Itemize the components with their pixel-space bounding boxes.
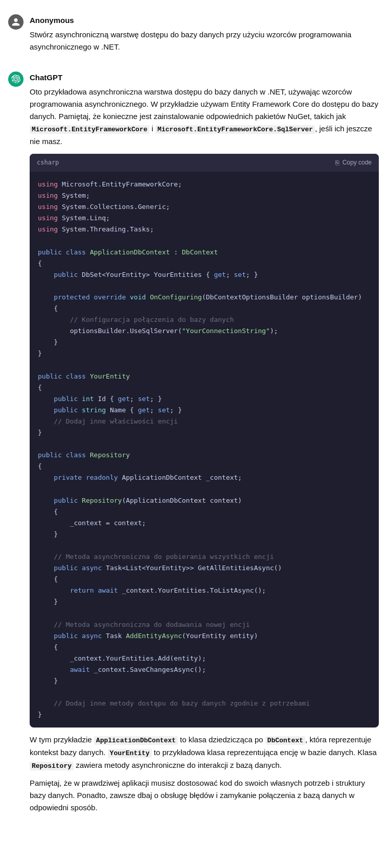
intro-text-2: i <box>149 124 155 133</box>
yourentity-code: YourEntity <box>108 749 152 758</box>
user-author-label: Anonymous <box>30 14 379 27</box>
gpt-message-content: ChatGPT Oto przykładowa asynchroniczna w… <box>30 72 379 819</box>
code-block-wrapper: csharp ⎘ Copy code using Microsoft.Entit… <box>30 154 379 728</box>
package2-code: Microsoft.EntityFrameworkCore.SqlServer <box>155 125 315 134</box>
outro1d-text: to przykładowa klasa reprezentująca encj… <box>152 748 377 757</box>
code-block-header: csharp ⎘ Copy code <box>30 154 379 172</box>
user-message: Anonymous Stwórz asynchroniczną warstwę … <box>0 8 387 63</box>
gpt-outro-paragraph-2: Pamiętaj, że w prawdziwej aplikacji musi… <box>30 777 379 814</box>
gpt-avatar <box>8 72 24 87</box>
gpt-intro-text: Oto przykładowa asynchroniczna warstwa d… <box>30 86 379 148</box>
dbcontext-code: DbContext <box>265 736 305 745</box>
user-avatar <box>8 14 24 30</box>
intro-text-1: Oto przykładowa asynchroniczna warstwa d… <box>30 87 378 121</box>
user-message-text: Stwórz asynchroniczną warstwę dostępu do… <box>30 29 379 53</box>
code-lang-label: csharp <box>37 158 59 168</box>
copy-icon: ⎘ <box>335 159 339 167</box>
user-message-content: Anonymous Stwórz asynchroniczną warstwę … <box>30 14 379 57</box>
gpt-message: ChatGPT Oto przykładowa asynchroniczna w… <box>0 65 387 825</box>
copy-label: Copy code <box>343 159 372 166</box>
appdbcontext-code: ApplicationDbContext <box>94 736 178 745</box>
outro1-text: W tym przykładzie <box>30 735 94 744</box>
outro1b-text: to klasa dziedzicząca po <box>178 735 265 744</box>
repository-code: Repository <box>30 762 74 770</box>
gpt-outro-paragraph-1: W tym przykładzie ApplicationDbContext t… <box>30 734 379 771</box>
code-block: using Microsoft.EntityFrameworkCore; usi… <box>30 172 379 728</box>
package1-code: Microsoft.EntityFrameworkCore <box>30 125 149 134</box>
outro1e-text: zawiera metody asynchroniczne do interak… <box>74 761 282 769</box>
copy-code-button[interactable]: ⎘ Copy code <box>335 159 372 167</box>
gpt-author-label: ChatGPT <box>30 72 379 84</box>
